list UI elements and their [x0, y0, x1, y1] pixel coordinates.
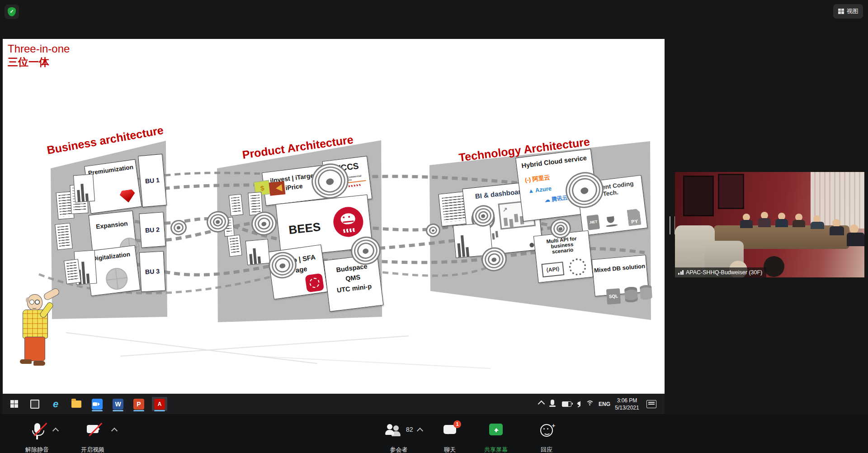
- tray-speaker-icon[interactable]: [574, 401, 580, 406]
- start-video-button[interactable]: 开启视频: [63, 420, 122, 453]
- taskbar-item-ie[interactable]: e: [48, 397, 63, 411]
- internet-explorer-icon: e: [53, 399, 58, 409]
- cartoon-shoe: [33, 361, 45, 366]
- wall-frame: [718, 174, 744, 209]
- windows-logo-icon: [10, 400, 18, 408]
- shared-screen-slide: Three-in-one 三位一体 Business architecture …: [3, 39, 665, 394]
- tray-expand-chevron[interactable]: [539, 401, 544, 406]
- task-view-button[interactable]: [27, 397, 42, 411]
- word-icon: W: [113, 399, 123, 410]
- gem-icon: [119, 189, 137, 203]
- card-bu3: BU 3: [139, 251, 166, 292]
- meeting-controls-bar: 解除静音 开启视频 82 参会者 1 聊天 共享屏幕 + 回应: [0, 414, 868, 453]
- bees-cn-text-decor: [343, 228, 355, 233]
- people-icons: [529, 243, 534, 248]
- action-center-icon[interactable]: [646, 400, 656, 408]
- database-cylinder-icon: [640, 285, 652, 300]
- bee-icon: [340, 213, 355, 225]
- audio-signal-icon: [678, 270, 684, 275]
- cartoon-head: [27, 294, 42, 310]
- participant-torso: [793, 220, 805, 227]
- smiley-icon: [540, 424, 553, 437]
- tray-mic-icon[interactable]: [551, 400, 554, 405]
- taskbar-item-explorer[interactable]: [69, 397, 84, 411]
- cartoon-presenter: [15, 293, 65, 370]
- document-icon: [229, 194, 244, 216]
- tray-time: 3:06 PM: [613, 397, 641, 404]
- sql-db-icon: SQL: [606, 288, 621, 305]
- document-icon: [64, 259, 81, 284]
- participants-icon: [387, 424, 392, 429]
- participant-head: [849, 224, 859, 234]
- unmute-button[interactable]: 解除静音: [10, 420, 64, 453]
- view-button-label: 视图: [847, 7, 859, 15]
- participants-count: 82: [406, 426, 413, 433]
- zoom-meeting-window: ✓ 视图 Three-in-one 三位一体 Business architec…: [0, 0, 868, 453]
- wall-frame: [683, 176, 714, 216]
- participant-torso: [847, 233, 864, 246]
- bees-logo: [332, 205, 365, 238]
- card-bu1: BU 1: [138, 154, 167, 207]
- security-shield-icon: ✓: [8, 7, 16, 16]
- chat-badge: 1: [453, 420, 461, 428]
- windows-taskbar: e W P A ENG 3:06 PM 5/13/2021: [3, 394, 665, 414]
- azure-logo: ▲ Azure: [528, 185, 552, 195]
- taskbar-item-powerpoint[interactable]: P: [131, 397, 146, 411]
- document-icon: [55, 223, 73, 250]
- participant-torso: [758, 218, 771, 227]
- participants-icon-2: [393, 425, 399, 431]
- powerpoint-icon: P: [133, 399, 144, 410]
- meeting-security-button[interactable]: ✓: [5, 5, 19, 19]
- tray-clock[interactable]: 3:06 PM 5/13/2021: [613, 397, 641, 411]
- participant-torso: [811, 222, 824, 229]
- chat-button[interactable]: 1 聊天: [434, 420, 466, 453]
- card-bu2: BU 2: [139, 212, 165, 248]
- card-multi-api: Multi API for business scenario ⟨API⟩: [533, 230, 593, 283]
- participant-torso: [775, 219, 788, 227]
- task-view-icon: [30, 400, 39, 409]
- cartoon-shoe: [20, 359, 32, 364]
- participant-torso: [740, 220, 753, 228]
- gear-icon: [568, 257, 587, 277]
- dotnet-icon: .NET: [586, 215, 600, 230]
- tray-battery-icon[interactable]: [562, 401, 571, 407]
- python-file-icon: PY: [627, 209, 641, 226]
- share-screen-button[interactable]: 共享屏幕: [476, 420, 515, 453]
- taskbar-item-acrobat[interactable]: A: [152, 397, 167, 411]
- share-screen-icon: [489, 424, 503, 435]
- view-grid-icon: [838, 9, 844, 14]
- mic-options-caret[interactable]: [52, 428, 59, 434]
- tray-wifi-icon[interactable]: [586, 401, 594, 406]
- epage-app-icon: [305, 273, 324, 293]
- tray-language[interactable]: ENG: [599, 401, 610, 407]
- database-cylinder-icon: [624, 286, 638, 303]
- start-button[interactable]: [6, 397, 22, 411]
- reactions-plus: +: [552, 422, 555, 429]
- tencent-cloud-logo: ☁ 腾讯云: [544, 194, 568, 204]
- view-button[interactable]: 视图: [833, 4, 863, 19]
- taskbar-item-zoom[interactable]: [90, 397, 105, 411]
- reactions-button[interactable]: + 回应: [532, 420, 561, 453]
- java-icon: [604, 213, 618, 228]
- camera-options-caret[interactable]: [111, 428, 118, 434]
- taskbar-item-word[interactable]: W: [110, 397, 126, 411]
- meeting-room-video[interactable]: APAC-SHHQ-Budweiser (30F): [675, 172, 864, 277]
- horn-icon: [269, 181, 286, 196]
- chart-icon: [245, 239, 270, 265]
- document-icon: [227, 234, 242, 257]
- cartoon-pants: [24, 337, 45, 361]
- api-box-icon: ⟨API⟩: [541, 262, 564, 277]
- aliyun-logo: (-) 阿里云: [524, 173, 550, 185]
- chart-icon: [73, 174, 95, 203]
- card-budspace: Budspace QMS UTC mini-p: [324, 254, 384, 312]
- file-explorer-icon: [71, 401, 81, 408]
- gear-icon: [105, 267, 129, 291]
- participants-button[interactable]: 82 参会者: [372, 420, 426, 453]
- video-participant-label: APAC-SHHQ-Budweiser (30F): [675, 267, 766, 277]
- participants-caret[interactable]: [417, 428, 423, 434]
- tray-date: 5/13/2021: [613, 404, 641, 411]
- acrobat-icon: A: [154, 399, 165, 410]
- foreground-person-head: [764, 256, 784, 277]
- zoom-camera-icon: [92, 399, 103, 410]
- participant-torso: [830, 226, 844, 235]
